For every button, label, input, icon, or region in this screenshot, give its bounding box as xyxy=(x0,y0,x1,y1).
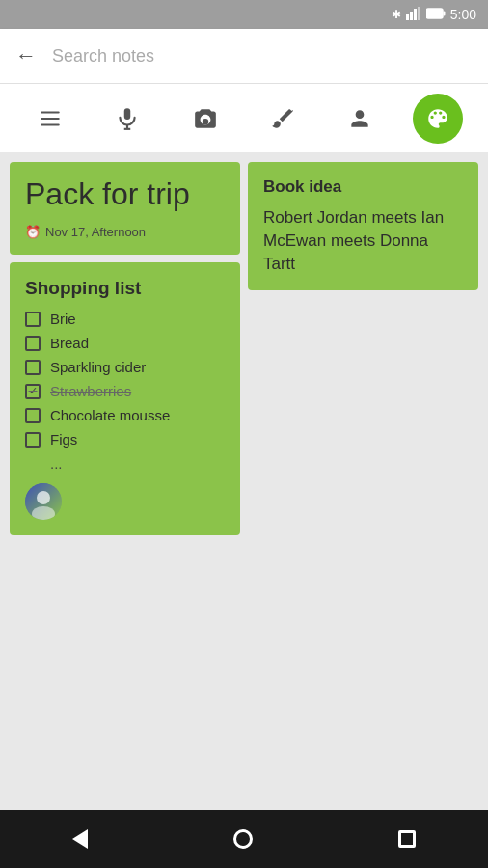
avatar-image xyxy=(25,483,62,520)
list-item: Sparkling cider xyxy=(25,359,225,375)
list-item-checked: Strawberries xyxy=(25,383,225,399)
list-icon xyxy=(38,106,63,131)
checkbox-figs xyxy=(25,432,41,448)
mic-icon xyxy=(115,106,140,131)
svg-point-12 xyxy=(203,119,209,125)
list-item: Brie xyxy=(25,311,225,327)
list-item: Chocolate mousse xyxy=(25,407,225,423)
status-bar: ✱ 5:00 xyxy=(0,0,488,29)
item-cider: Sparkling cider xyxy=(50,359,146,375)
bluetooth-icon: ✱ xyxy=(392,8,401,21)
item-mousse: Chocolate mousse xyxy=(50,407,170,423)
left-column: Pack for trip ⏰ Nov 17, Afternoon Shoppi… xyxy=(10,162,240,800)
palette-icon xyxy=(425,106,450,131)
item-figs: Figs xyxy=(50,431,77,448)
camera-icon xyxy=(193,106,218,131)
note-trip-title: Pack for trip xyxy=(25,177,225,211)
draw-button[interactable] xyxy=(258,94,308,144)
note-trip[interactable]: Pack for trip ⏰ Nov 17, Afternoon xyxy=(10,162,240,255)
person-button[interactable] xyxy=(335,94,385,144)
camera-button[interactable] xyxy=(180,94,230,144)
right-column: Book idea Robert Jordan meets Ian McEwan… xyxy=(248,162,478,800)
mic-button[interactable] xyxy=(102,94,152,144)
palette-button[interactable] xyxy=(413,94,463,144)
svg-rect-7 xyxy=(41,117,60,119)
book-title: Book idea xyxy=(263,177,463,197)
checkbox-cider xyxy=(25,360,41,375)
book-body: Robert Jordan meets Ian McEwan meets Don… xyxy=(263,206,463,275)
draw-icon xyxy=(270,106,295,131)
note-shopping[interactable]: Shopping list Brie Bread Sparkling cider… xyxy=(10,262,240,535)
list-ellipsis: ... xyxy=(25,455,225,472)
shopping-title: Shopping list xyxy=(25,278,225,299)
person-icon xyxy=(347,106,372,131)
list-button[interactable] xyxy=(25,94,75,144)
battery-icon xyxy=(426,8,446,22)
nav-back-button[interactable] xyxy=(63,820,97,858)
avatar xyxy=(25,483,62,520)
search-placeholder[interactable]: Search notes xyxy=(52,46,473,67)
svg-point-14 xyxy=(37,491,50,504)
checkbox-strawberries xyxy=(25,384,41,399)
svg-rect-0 xyxy=(406,14,409,20)
item-brie: Brie xyxy=(50,311,76,327)
nav-home-button[interactable] xyxy=(224,820,262,858)
nav-recent-button[interactable] xyxy=(389,821,425,857)
svg-rect-4 xyxy=(426,9,443,18)
clock-icon: ⏰ xyxy=(25,225,41,239)
checkbox-mousse xyxy=(25,408,41,423)
item-strawberries: Strawberries xyxy=(50,383,131,399)
list-item: Bread xyxy=(25,335,225,351)
svg-rect-8 xyxy=(41,123,60,125)
search-bar: ← Search notes xyxy=(0,29,488,83)
list-item: Figs xyxy=(25,431,225,448)
svg-rect-9 xyxy=(124,108,131,120)
bottom-nav xyxy=(0,810,488,868)
checkbox-bread xyxy=(25,336,41,351)
note-book[interactable]: Book idea Robert Jordan meets Ian McEwan… xyxy=(248,162,478,290)
svg-rect-1 xyxy=(410,12,413,20)
toolbar xyxy=(0,83,488,152)
note-trip-date: ⏰ Nov 17, Afternoon xyxy=(25,225,225,239)
home-nav-icon xyxy=(233,829,253,849)
back-nav-icon xyxy=(72,829,88,849)
notes-grid: Pack for trip ⏰ Nov 17, Afternoon Shoppi… xyxy=(0,152,488,810)
item-bread: Bread xyxy=(50,335,89,351)
back-button[interactable]: ← xyxy=(15,43,37,68)
status-time: 5:00 xyxy=(450,7,476,22)
signal-icon xyxy=(406,7,421,23)
svg-rect-3 xyxy=(418,7,420,20)
status-icons: ✱ 5:00 xyxy=(392,7,476,23)
svg-rect-6 xyxy=(41,111,60,113)
svg-rect-2 xyxy=(414,9,417,20)
note-trip-date-text: Nov 17, Afternoon xyxy=(45,225,146,239)
recent-nav-icon xyxy=(398,830,416,848)
svg-rect-5 xyxy=(443,11,445,15)
checkbox-brie xyxy=(25,312,41,327)
